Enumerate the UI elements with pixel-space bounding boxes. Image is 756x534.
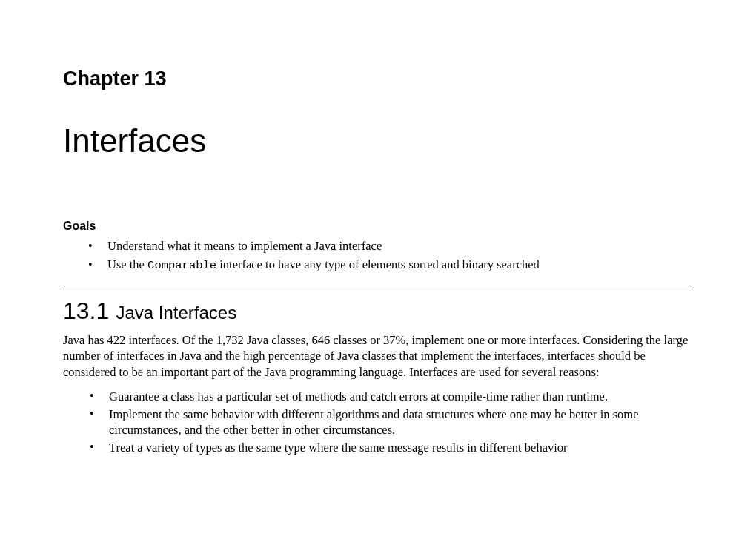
reasons-list: Guarantee a class has a particular set o… [63,389,693,455]
goals-item: Understand what it means to implement a … [63,238,693,254]
chapter-title: Interfaces [63,120,693,161]
goals-list: Understand what it means to implement a … [63,238,693,274]
chapter-number: Chapter 13 [63,67,693,92]
section-title: Java Interfaces [116,303,236,323]
goals-item-suffix: interface to have any type of elements s… [216,257,540,271]
goals-item-prefix: Use the [107,257,147,271]
divider [63,289,693,289]
section-heading: 13.1 Java Interfaces [63,297,693,325]
reasons-item: Implement the same behavior with differe… [63,406,693,438]
section-paragraph: Java has 422 interfaces. Of the 1,732 Ja… [63,332,693,379]
goals-item: Use the Comparable interface to have any… [63,257,693,274]
reasons-item: Treat a variety of types as the same typ… [63,440,693,455]
goals-item-text: Understand what it means to implement a … [107,239,382,253]
section-number: 13.1 [63,297,109,324]
reasons-item: Guarantee a class has a particular set o… [63,389,693,404]
goals-heading: Goals [63,219,693,234]
goals-item-code: Comparable [147,259,216,272]
